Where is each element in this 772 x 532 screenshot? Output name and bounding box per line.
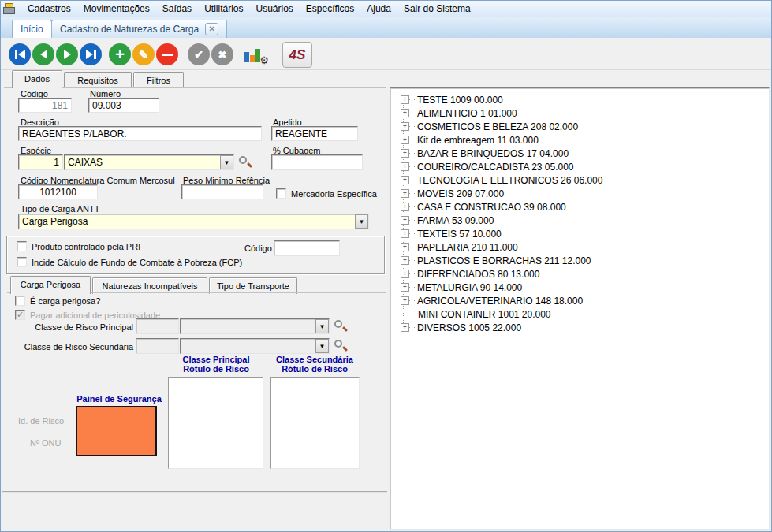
codigo-field[interactable]	[18, 98, 72, 113]
prf-codigo-field[interactable]	[274, 240, 340, 256]
app-icon	[3, 3, 17, 15]
tree-item[interactable]: +PAPELARIA 210 11.000	[392, 240, 767, 254]
expand-plus-icon[interactable]: +	[401, 136, 409, 144]
menu-item-1[interactable]: Movimentações	[77, 2, 156, 16]
menu-item-7[interactable]: Sair do Sistema	[397, 2, 477, 16]
expand-plus-icon[interactable]: +	[401, 243, 409, 251]
classe-secundaria-code-field[interactable]	[136, 338, 179, 354]
tree-item[interactable]: +BAZAR E BRINQUEDOS 17 04.000	[392, 147, 767, 160]
chevron-down-icon[interactable]: ▼	[220, 155, 233, 169]
especie-code-field[interactable]	[18, 154, 63, 170]
menu-item-4[interactable]: Usuários	[249, 2, 299, 16]
expand-plus-icon[interactable]: +	[401, 122, 409, 131]
expand-plus-icon[interactable]: +	[401, 176, 409, 184]
menu-item-3[interactable]: Utilitários	[198, 2, 249, 16]
classe-principal-search-icon[interactable]	[334, 319, 348, 333]
rotulo-principal-header: Classe Principal Rótulo de Risco	[166, 355, 266, 374]
classe-principal-code-field[interactable]	[136, 318, 179, 334]
cancel-button[interactable]: ✖	[211, 43, 233, 65]
expand-plus-icon[interactable]: +	[401, 270, 409, 278]
expand-plus-icon[interactable]: +	[401, 162, 409, 171]
menu-item-5[interactable]: Específicos	[300, 2, 360, 16]
tree-item[interactable]: +ALIMENTICIO 1 01.000	[392, 106, 767, 120]
edit-record-button[interactable]: ✎	[132, 43, 155, 65]
chevron-down-icon[interactable]: ▼	[315, 319, 329, 333]
expand-plus-icon[interactable]: +	[401, 95, 409, 104]
tree-item-label: TESTE 1009 00.000	[417, 95, 503, 106]
expand-plus-icon[interactable]: +	[401, 216, 409, 225]
tree-item[interactable]: +DIFERENCIADOS 80 13.000	[392, 267, 767, 281]
tree-item[interactable]: +FARMA 53 09.000	[392, 214, 767, 227]
tab-cadastro-naturezas[interactable]: Cadastro de Naturezas de Carga ✕	[51, 20, 227, 38]
carga-perigosa-checkbox[interactable]	[15, 296, 25, 306]
tree-item[interactable]: +TEXTEIS 57 10.000	[392, 227, 767, 240]
tree-item[interactable]: +TESTE 1009 00.000	[392, 93, 767, 106]
form-tab-filtros[interactable]: Filtros	[133, 72, 184, 88]
expand-plus-icon[interactable]: +	[401, 229, 409, 238]
report-chart-button[interactable]: ⚙	[242, 44, 267, 65]
tree-item[interactable]: +CASA E CONSTRUCAO 39 08.000	[392, 200, 767, 214]
cubagem-field[interactable]	[271, 154, 363, 170]
tree-item[interactable]: +PLASTICOS E BORRACHAS 211 12.000	[392, 254, 767, 267]
expand-plus-icon[interactable]: +	[401, 296, 409, 305]
tipo-carga-combo[interactable]: Carga Perigosa ▼	[18, 214, 369, 229]
especie-combo[interactable]: CAIXAS ▼	[64, 154, 234, 170]
classe-principal-combo[interactable]: ▼	[180, 318, 330, 334]
tree-item-label: COUREIRO/CALCADISTA 23 05.000	[417, 162, 574, 173]
chevron-down-icon[interactable]: ▼	[315, 339, 329, 353]
confirm-button[interactable]: ✔	[188, 43, 210, 65]
chevron-down-icon[interactable]: ▼	[355, 214, 368, 229]
tree-item[interactable]: +AGRICOLA/VETERINARIO 148 18.000	[392, 294, 767, 307]
prf-checkbox[interactable]	[17, 241, 27, 251]
add-record-button[interactable]: +	[109, 43, 131, 65]
subtab-tipo-transporte[interactable]: Tipo de Transporte	[209, 277, 297, 294]
tree-item[interactable]: +COUREIRO/CALCADISTA 23 05.000	[392, 160, 767, 173]
gear-icon: ⚙	[259, 54, 269, 66]
descricao-field[interactable]	[18, 126, 262, 141]
form-tab-dados[interactable]: Dados	[12, 70, 62, 88]
expand-plus-icon[interactable]: +	[401, 203, 409, 211]
subtab-carga-perigosa[interactable]: Carga Perigosa	[10, 276, 91, 294]
menu-item-6[interactable]: Ajuda	[360, 2, 397, 16]
tree-item-label: COSMETICOS E BELEZA 208 02.000	[417, 121, 578, 132]
expand-plus-icon[interactable]: +	[401, 283, 409, 292]
form-tab-requisitos[interactable]: Requisitos	[64, 72, 132, 88]
previous-record-button[interactable]	[32, 43, 54, 65]
tree-item[interactable]: MINI CONTAINER 1001 20.000	[392, 307, 767, 321]
expand-plus-icon[interactable]: +	[401, 256, 409, 265]
close-icon[interactable]: ✕	[205, 23, 218, 35]
tree-item[interactable]: +TECNOLOGIA E ELETRONICOS 26 06.000	[392, 173, 767, 187]
app-logo-button[interactable]: 4S	[282, 42, 312, 68]
apelido-field[interactable]	[271, 126, 358, 141]
first-record-button[interactable]	[9, 43, 31, 65]
mercadoria-especifica-checkbox[interactable]	[276, 188, 286, 199]
naturezas-tree[interactable]: +TESTE 1009 00.000+ALIMENTICIO 1 01.000+…	[390, 87, 770, 530]
menu-item-0[interactable]: Cadastros	[21, 2, 77, 16]
peso-field[interactable]	[181, 184, 263, 199]
classe-secundaria-search-icon[interactable]	[334, 339, 348, 353]
next-record-button[interactable]	[56, 43, 78, 65]
expand-plus-icon[interactable]: +	[401, 323, 409, 332]
classe-secundaria-combo[interactable]: ▼	[180, 338, 330, 354]
expand-plus-icon[interactable]: +	[401, 189, 409, 198]
expand-plus-icon[interactable]: +	[401, 109, 409, 117]
numero-field[interactable]	[88, 98, 159, 113]
ncm-field[interactable]	[18, 184, 98, 199]
menu-item-2[interactable]: Saídas	[156, 2, 198, 16]
subtab-naturezas-incompativeis[interactable]: Naturezas Incompatíveis	[92, 277, 207, 294]
tree-item[interactable]: +METALURGIA 90 14.000	[392, 281, 767, 294]
tree-item[interactable]: +COSMETICOS E BELEZA 208 02.000	[392, 120, 767, 133]
delete-record-button[interactable]	[156, 43, 178, 65]
expand-plus-icon[interactable]: +	[401, 149, 409, 158]
adicional-periculosidade-checkbox[interactable]: ✓	[15, 310, 25, 320]
last-record-button[interactable]	[80, 43, 102, 65]
especie-search-icon[interactable]	[238, 155, 252, 169]
fcp-checkbox[interactable]	[17, 257, 27, 267]
painel-seguranca-label: Painel de Segurança	[76, 394, 162, 404]
prf-codigo-label: Código	[244, 244, 272, 253]
tab-inicio[interactable]: Início	[12, 20, 52, 38]
tree-item[interactable]: +Kit de embreagem 11 03.000	[392, 133, 767, 147]
painel-seguranca-placard	[76, 406, 157, 456]
tree-item[interactable]: +DIVERSOS 1005 22.000	[392, 321, 767, 334]
tree-item[interactable]: +MOVEIS 209 07.000	[392, 187, 767, 200]
